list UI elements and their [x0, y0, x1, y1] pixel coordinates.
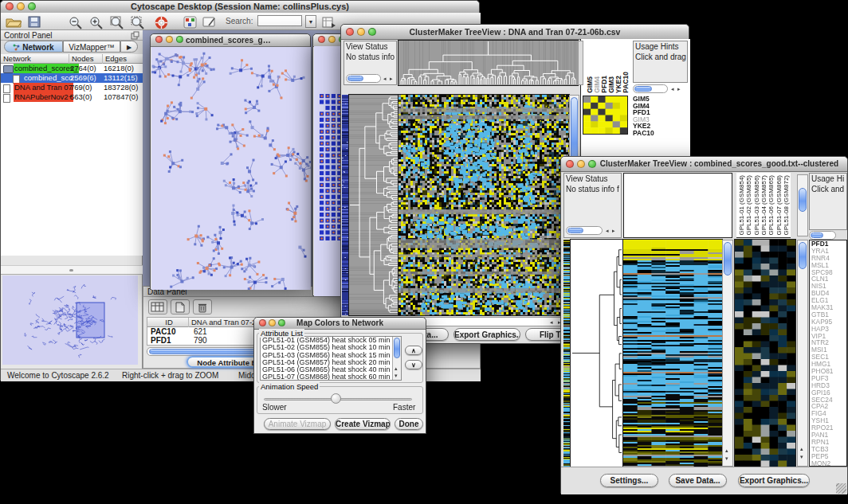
divider-handle[interactable] — [69, 269, 73, 272]
attribute-list-scroll-thumb[interactable] — [394, 338, 400, 358]
close-button[interactable] — [259, 319, 266, 326]
zoom-button[interactable] — [588, 160, 596, 168]
tv2-genes-vscrollbar[interactable]: ▴ ▾ — [797, 240, 808, 467]
tv1-status-scroll-thumb[interactable] — [347, 76, 363, 81]
attribute-listbox[interactable]: GPL51-01 (GSM854) heat shock 05 minGPL51… — [260, 336, 402, 381]
tv1-usage-scroll-thumb[interactable] — [634, 86, 652, 92]
tv2-labels-vscroll-thumb[interactable] — [799, 188, 807, 212]
search-input[interactable] — [257, 15, 302, 26]
scroll-up-icon[interactable]: ▴ — [725, 447, 728, 454]
move-down-button[interactable]: ∨ — [405, 360, 422, 369]
tv2-status-scroll-thumb[interactable] — [567, 228, 583, 233]
tv1-export-graphics-button[interactable]: Export Graphics... — [453, 328, 520, 341]
attribute-list-scrollbar[interactable]: ▴ ▾ — [392, 337, 401, 380]
close-button[interactable] — [566, 160, 574, 168]
tab-network[interactable]: Network — [4, 41, 63, 53]
tv2-export-graphics-button[interactable]: Export Graphics... — [738, 474, 810, 487]
close-button[interactable] — [155, 36, 163, 43]
scroll-down-icon[interactable]: ▾ — [800, 454, 803, 460]
create-vizmap-button[interactable]: Create Vizmap — [335, 418, 391, 430]
vizmapper-icon[interactable] — [183, 15, 203, 31]
close-button[interactable] — [318, 36, 325, 43]
zoom-in-icon[interactable] — [88, 15, 109, 31]
tv2-usage-scrollbar[interactable] — [809, 231, 836, 240]
animation-speed-slider-thumb[interactable] — [331, 393, 341, 404]
zoom-button[interactable] — [368, 28, 376, 36]
close-button[interactable] — [346, 28, 354, 36]
zoom-button[interactable] — [176, 36, 183, 43]
tv1-heatmap-canvas[interactable] — [398, 95, 569, 315]
tv2-settings-button[interactable]: Settings... — [600, 474, 658, 487]
minimize-button[interactable] — [166, 36, 173, 43]
new-attribute-icon[interactable] — [171, 299, 190, 315]
scroll-right-icon[interactable]: ▸ — [612, 228, 615, 234]
scroll-left-icon[interactable]: ◂ — [606, 228, 609, 234]
tv2-labels-vscrollbar[interactable] — [797, 174, 808, 236]
zoom-button[interactable] — [278, 319, 285, 326]
treeview-combined-titlebar[interactable]: ClusterMaker TreeView : combined_scores_… — [561, 157, 847, 172]
scroll-down-icon[interactable]: ▾ — [395, 373, 398, 379]
treeview-dna-titlebar[interactable]: ClusterMaker TreeView : DNA and Tran 07-… — [341, 25, 689, 40]
network-graph-canvas[interactable] — [151, 47, 311, 290]
zoom-out-icon[interactable] — [68, 15, 88, 31]
annotation-icon[interactable] — [202, 15, 222, 31]
scroll-left-icon[interactable]: ◂ — [671, 86, 674, 92]
network-table-row[interactable]: RNAPuberNov2+563(0)107847(0) — [1, 92, 143, 102]
scroll-left-icon[interactable]: ◂ — [383, 76, 387, 82]
minimize-button[interactable] — [269, 319, 276, 326]
scroll-right-icon[interactable]: ▸ — [390, 76, 393, 82]
tv1-gene-dendrogram-canvas[interactable] — [349, 95, 398, 315]
zoom-button[interactable] — [28, 2, 36, 10]
search-dropdown-arrow[interactable]: ▼ — [305, 15, 316, 28]
scroll-down-icon[interactable]: ▾ — [725, 455, 728, 462]
tv2-usage-scroll-thumb[interactable] — [811, 232, 823, 238]
col-nodes[interactable]: Nodes — [69, 54, 103, 64]
scroll-up-icon[interactable]: ▴ — [395, 365, 398, 372]
main-titlebar[interactable]: Cytoscape Desktop (Session Name: collins… — [1, 1, 479, 14]
col-network[interactable]: Network — [1, 54, 69, 64]
tab-overflow-arrow[interactable]: ▶ — [120, 41, 138, 53]
network-view-titlebar[interactable]: combined_scores_good.txt--cluste... — [151, 34, 310, 47]
id-column[interactable]: ID — [147, 318, 189, 327]
minimize-button[interactable] — [328, 36, 336, 43]
tv2-heatmap-canvas[interactable] — [623, 240, 722, 467]
tv1-correlation-matrix-canvas[interactable] — [583, 96, 627, 134]
minimize-button[interactable] — [357, 28, 365, 36]
export-table-icon[interactable] — [321, 15, 342, 31]
minimize-button[interactable] — [17, 2, 25, 10]
overview-divider[interactable] — [1, 265, 143, 275]
tab-vizmapper[interactable]: VizMapper™ — [63, 41, 120, 53]
map-colors-titlebar[interactable]: Map Colors to Network — [254, 318, 426, 330]
tv2-heatmap-vscroll-thumb[interactable] — [724, 242, 732, 275]
open-icon[interactable] — [5, 15, 26, 31]
resize-grip[interactable] — [836, 483, 846, 494]
tv2-heatmap-vscrollbar[interactable]: ▴ ▾ — [722, 240, 733, 467]
minimize-button[interactable] — [577, 160, 585, 168]
scroll-left-icon[interactable]: ◂ — [550, 319, 553, 326]
tv2-status-scrollbar[interactable] — [566, 226, 603, 235]
network-overview-canvas[interactable] — [2, 275, 138, 365]
network-table-header[interactable]: Network Nodes Edges — [1, 54, 143, 64]
tv1-gene-label[interactable]: PAC10 — [633, 130, 689, 137]
help-icon[interactable] — [154, 15, 175, 31]
scroll-up-icon[interactable]: ▴ — [800, 446, 803, 452]
tv1-column-dendrogram-canvas[interactable] — [398, 41, 578, 85]
tv2-genes-vscroll-thumb[interactable] — [799, 242, 807, 269]
zoom-fit-icon[interactable] — [109, 15, 130, 31]
close-button[interactable] — [6, 2, 14, 10]
col-edges[interactable]: Edges — [103, 54, 143, 64]
network-table-row[interactable]: DNA and Tran 07769(0)183728(0) — [1, 83, 143, 92]
tv1-status-scrollbar[interactable] — [346, 74, 381, 83]
network-table-row[interactable]: combined_sco2569(6)13112(15) — [1, 73, 143, 83]
attribute-select-icon[interactable] — [148, 299, 167, 315]
delete-attribute-icon[interactable] — [193, 299, 212, 315]
scroll-right-icon[interactable]: ▸ — [677, 86, 681, 92]
animate-vizmap-button[interactable]: Animate Vizmap — [264, 418, 331, 430]
tv1-usage-scrollbar[interactable] — [633, 84, 668, 93]
tv2-save-data-button[interactable]: Save Data... — [669, 474, 727, 487]
save-icon[interactable] — [27, 15, 48, 31]
move-up-button[interactable]: ∧ — [405, 346, 422, 355]
network-table-row[interactable]: combined_scores_2764(0)16218(0) — [1, 64, 143, 73]
tv2-zoom-detail-canvas[interactable] — [735, 240, 795, 467]
done-button[interactable]: Done — [395, 418, 423, 430]
